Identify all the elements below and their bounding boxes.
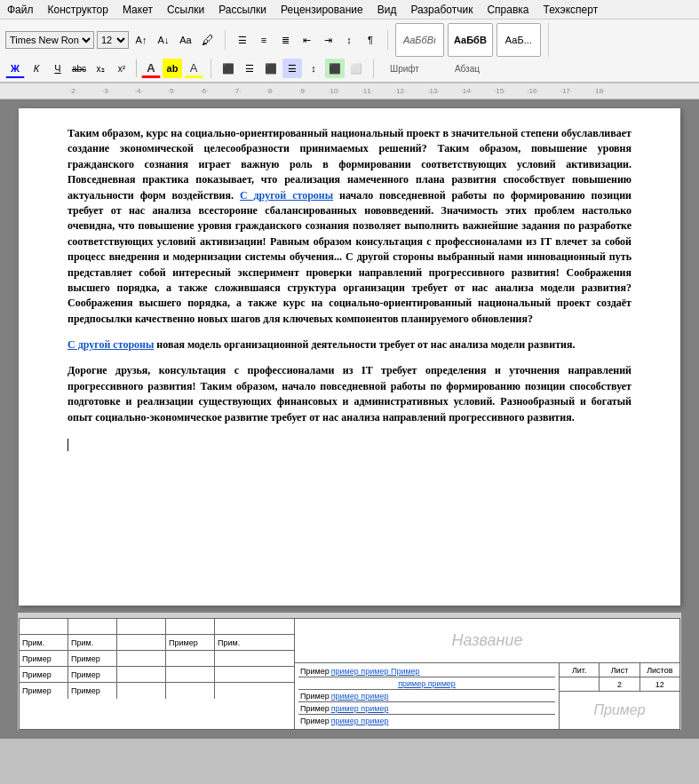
list-bullet-btn[interactable]: ☰ [233,30,252,50]
paragraph-2: С другой стороны новая модель организаци… [68,337,631,352]
link-2[interactable]: С другой стороны [68,338,154,351]
font-name-select[interactable]: Times New Ron [5,31,94,49]
tb-list-header: Лист [600,663,639,677]
tb-cell-prim1: Прим. [20,635,68,650]
tb-cell-prim5: Прим. [215,635,294,650]
font-size-select[interactable]: 12 [97,31,129,49]
tb-cell-prim2: Прим. [68,635,117,650]
bold-btn[interactable]: Ж [5,59,25,78]
tb-cell-r4c1: Пример [20,683,68,699]
list-multilevel-btn[interactable]: ≣ [275,30,295,50]
italic-btn[interactable]: К [27,59,46,78]
paragraph-section-label: Абзац [455,64,480,74]
font-color-btn[interactable]: A [141,59,161,78]
tb-cell-r2c5 [215,651,294,666]
menu-review[interactable]: Рецензирование [274,2,370,18]
font-section-label: Шрифт [390,64,419,74]
style-heading1[interactable]: АаБбВ [448,23,493,57]
style-heading2[interactable]: АаБ... [496,23,541,57]
align-right-btn[interactable]: ⬛ [261,59,281,78]
tb-cell-r2c2: Пример [68,651,117,666]
case-btn[interactable]: Aa [176,30,195,50]
tb-list-value: 2 [600,677,639,691]
shading-btn[interactable]: ⬛ [325,59,345,78]
tb-lit-value [560,677,600,691]
menu-references[interactable]: Ссылки [160,2,211,18]
tb-listov-value: 12 [640,677,679,691]
tb-cell-r2c1: Пример [20,651,68,666]
highlight-btn[interactable]: ab [163,59,182,78]
clear-format-btn[interactable]: 🖊 [198,30,218,50]
menu-bar: Файл Конструктор Макет Ссылки Рассылки Р… [0,0,699,20]
align-left-btn[interactable]: ⬛ [218,59,238,78]
paragraph-1: Таким образом, курс на социально-ориенти… [68,126,631,327]
menu-mailings[interactable]: Рассылки [211,2,274,18]
line-spacing-btn[interactable]: ↕ [304,59,323,78]
tb-bottom-right: Пример [560,692,679,729]
tb-cell-r3c1: Пример [20,667,68,682]
tb-lit-header: Лит. [560,663,600,677]
tb-cell-r3c2: Пример [68,667,117,682]
sort-btn[interactable]: ↕ [339,30,359,50]
tb-cell-r2c3 [117,651,166,666]
menu-view[interactable]: Вид [370,2,404,18]
underline-btn[interactable]: Ч [48,59,68,78]
tb-cell-prim3 [117,635,166,650]
tb-cell-prim4: Пример [166,635,215,650]
tb-listov-header: Листов [640,663,679,677]
paragraph-3: Дорогие друзья, консультация с профессио… [68,363,631,425]
border-btn[interactable]: ⬜ [346,59,366,78]
decrease-font-btn[interactable]: A↓ [154,30,173,50]
superscript-btn[interactable]: x² [112,59,131,78]
decrease-indent-btn[interactable]: ⇤ [297,30,316,50]
title-block-name: Название [295,619,679,663]
tb-mid-section: Пример пример пример Пример пример приме… [295,663,560,729]
list-number-btn[interactable]: ≡ [254,30,274,50]
menu-help[interactable]: Справка [480,2,536,18]
document-page[interactable]: Таким образом, курс на социально-ориенти… [19,108,680,606]
ruler: ·2· ·3· ·4· ·5· ·6· ·7· ·8· ·9· ·10· ·11… [0,83,699,99]
menu-file[interactable]: Файл [0,2,41,18]
increase-indent-btn[interactable]: ⇥ [318,30,338,50]
menu-layout[interactable]: Макет [115,2,160,18]
title-block: Прим. Прим. Пример Прим. Пример Пример П… [19,618,680,730]
subscript-btn[interactable]: x₂ [91,59,110,78]
menu-techexpert[interactable]: Техэксперт [536,2,605,18]
align-justify-btn[interactable]: ☰ [282,59,302,78]
menu-developer[interactable]: Разработчик [403,2,480,18]
tb-cell-r4c2: Пример [68,683,117,699]
show-marks-btn[interactable]: ¶ [361,30,380,50]
strikethrough-btn[interactable]: abc [69,59,89,78]
increase-font-btn[interactable]: A↑ [131,30,151,50]
link-1[interactable]: С другой стороны [240,189,333,202]
align-center-btn[interactable]: ☰ [240,59,259,78]
ribbon: Times New Ron 12 A↑ A↓ Aa 🖊 ☰ ≡ ≣ ⇤ ⇥ ↕ … [0,20,699,83]
page-container: Таким образом, курс на социально-ориенти… [0,99,699,739]
style-highlight[interactable]: АаБбВı [395,23,444,57]
menu-constructor[interactable]: Конструктор [41,2,115,18]
tb-cell-r2c4 [166,651,215,666]
font-bg-btn[interactable]: A [184,59,203,78]
